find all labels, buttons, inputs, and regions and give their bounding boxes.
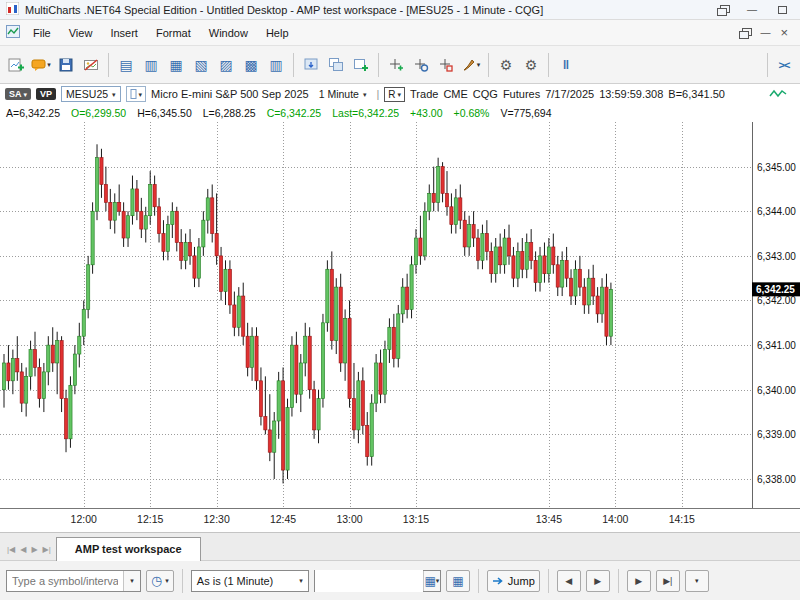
image-disabled-button[interactable] xyxy=(79,51,103,79)
new-window-button[interactable] xyxy=(349,51,373,79)
series-analysis-button[interactable]: SA▾ xyxy=(5,88,31,100)
strategy-settings-button[interactable]: ⚙ xyxy=(494,51,518,79)
menu-file[interactable]: File xyxy=(24,22,60,44)
prev-bar-button[interactable]: ◀ xyxy=(557,570,581,592)
down-candle xyxy=(135,189,138,211)
down-candle xyxy=(259,381,262,417)
minimize-button[interactable]: — xyxy=(740,2,764,18)
resolution-combo[interactable]: 1 Minute▾ xyxy=(314,86,372,102)
caret-down-icon: ▾ xyxy=(24,91,28,98)
playback-options-button[interactable]: ▾ xyxy=(685,570,709,592)
down-candle xyxy=(100,158,103,185)
jump-button[interactable]: Jump xyxy=(487,570,540,592)
first-tab-button[interactable]: |◀ xyxy=(6,545,16,554)
workspace-tab[interactable]: AMP test workspace xyxy=(56,537,201,561)
data-grid-button[interactable]: ▦ xyxy=(446,570,470,592)
up-candle xyxy=(29,350,32,377)
goto-date-dropdown-button[interactable]: ▦▾ xyxy=(423,571,440,591)
annotation-button[interactable]: ▾ xyxy=(29,51,53,79)
menu-insert[interactable]: Insert xyxy=(101,22,147,44)
save-button[interactable] xyxy=(54,51,78,79)
down-candle xyxy=(122,211,125,238)
down-candle xyxy=(441,167,444,194)
order-tracker-icon: ▨ xyxy=(219,58,232,72)
prev-tab-button[interactable]: ◀ xyxy=(19,545,27,554)
play-forward-button[interactable]: ▶ xyxy=(627,570,651,592)
time-axis-label: 14:15 xyxy=(666,513,698,525)
time-axis[interactable]: 12:0012:1512:3012:4513:0013:1513:4514:00… xyxy=(0,508,800,532)
symbol-combo[interactable]: MESU25▾ xyxy=(61,86,121,102)
down-candle xyxy=(33,350,36,368)
up-candle xyxy=(401,287,404,314)
compare-symbols-button[interactable]: ‖ xyxy=(554,51,578,79)
menu-view[interactable]: View xyxy=(60,22,102,44)
toolbar-separator xyxy=(293,53,294,77)
dock-window-button[interactable] xyxy=(299,51,323,79)
series-style-icon[interactable] xyxy=(769,87,787,101)
collapse-toolbar-button[interactable]: >< xyxy=(772,51,796,79)
image-disabled-icon xyxy=(83,57,99,73)
order-tracker-button[interactable]: ▨ xyxy=(214,51,238,79)
new-chart-button[interactable] xyxy=(4,51,28,79)
down-candle xyxy=(219,256,222,292)
crosshair-target-button[interactable] xyxy=(434,51,458,79)
tile-windows-button[interactable] xyxy=(324,51,348,79)
menu-format[interactable]: Format xyxy=(147,22,200,44)
go-to-end-button[interactable]: ▶| xyxy=(656,570,680,592)
market-scanner-button[interactable]: ▤ xyxy=(114,51,138,79)
menu-bar: File View Insert Format Window Help — × xyxy=(0,20,800,46)
chart-plot-area[interactable]: 6,338.006,339.006,340.006,341.006,342.00… xyxy=(0,122,800,508)
down-candle xyxy=(268,430,271,452)
quote-board-button[interactable]: ▧ xyxy=(189,51,213,79)
menu-window[interactable]: Window xyxy=(200,22,257,44)
instrument-list-button[interactable]: ▾ xyxy=(126,86,147,102)
up-candle xyxy=(237,296,240,327)
maximize-button[interactable] xyxy=(770,2,794,18)
popout-window-button[interactable] xyxy=(710,2,734,18)
toolbar-separator xyxy=(108,53,109,77)
goto-date-combo[interactable]: ▦▾ xyxy=(314,570,441,592)
multicharts-window: MultiCharts .NET64 Special Edition - Unt… xyxy=(0,0,800,600)
child-minimize-button[interactable]: — xyxy=(760,27,770,38)
down-candle xyxy=(530,242,533,260)
window-settings-button[interactable]: ⚙ xyxy=(519,51,543,79)
time-and-sales-button[interactable]: ▦ xyxy=(164,51,188,79)
dom-button[interactable]: ▥ xyxy=(139,51,163,79)
high-value: H=6,345.50 xyxy=(137,107,192,119)
symbol-search-combo[interactable]: ▾ xyxy=(6,570,141,592)
portfolio-button[interactable]: ▩ xyxy=(239,51,263,79)
symbol-search-dropdown-button[interactable]: ▾ xyxy=(123,571,140,591)
up-candle xyxy=(468,225,471,247)
up-candle xyxy=(516,251,519,278)
menu-help[interactable]: Help xyxy=(257,22,298,44)
up-candle xyxy=(375,363,378,403)
drawing-tool-button[interactable]: ▾ xyxy=(459,51,483,79)
down-candle xyxy=(556,265,559,287)
next-bar-button[interactable]: ▶ xyxy=(586,570,610,592)
clock-icon: ◷ xyxy=(151,574,162,587)
replay-mode-combo[interactable]: R▾ xyxy=(384,87,405,102)
resolution-mode-select[interactable]: As is (1 Minute) ▾ xyxy=(191,570,309,592)
save-icon xyxy=(58,57,74,73)
up-candle xyxy=(56,341,59,363)
skip-to-end-icon: ▶| xyxy=(663,576,672,586)
child-restore-button[interactable] xyxy=(739,27,750,39)
app-logo-icon xyxy=(6,2,19,17)
caret-down-icon: ▾ xyxy=(47,61,51,68)
next-tab-button[interactable]: ▶ xyxy=(30,545,38,554)
candlestick-chart[interactable]: 6,338.006,339.006,340.006,341.006,342.00… xyxy=(0,122,800,508)
last-tab-button[interactable]: ▶| xyxy=(42,545,52,554)
child-close-button[interactable]: × xyxy=(780,25,788,40)
symbol-search-input[interactable] xyxy=(7,575,123,587)
recent-symbols-button[interactable]: ◷▾ xyxy=(146,570,174,592)
crosshair-add-button[interactable] xyxy=(384,51,408,79)
volume-profile-button[interactable]: VP xyxy=(36,88,56,100)
down-candle xyxy=(578,269,581,287)
up-candle xyxy=(91,211,94,265)
down-candle xyxy=(118,202,121,211)
goto-date-input[interactable] xyxy=(315,570,423,592)
crosshair-circle-button[interactable] xyxy=(409,51,433,79)
dom-icon: ▥ xyxy=(144,58,157,72)
report-button[interactable]: ▥ xyxy=(264,51,288,79)
new-window-icon xyxy=(353,57,369,73)
